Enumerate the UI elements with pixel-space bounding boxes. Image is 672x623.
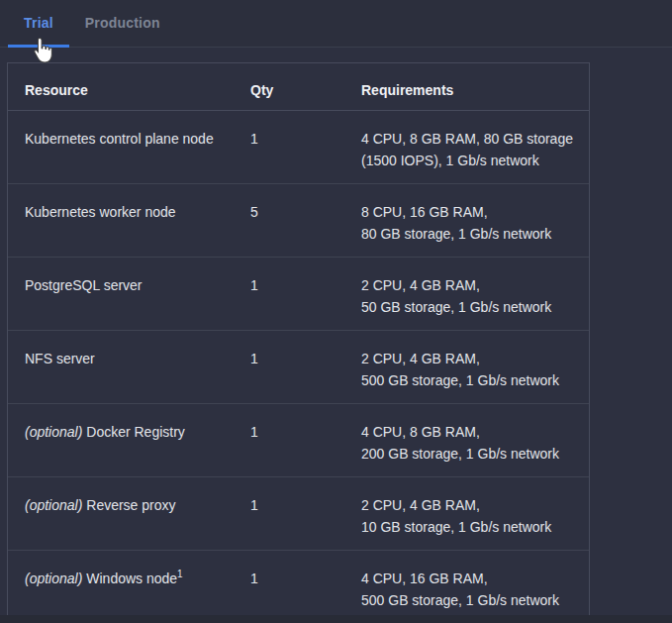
resource-name: Kubernetes control plane node	[25, 131, 214, 147]
page: Trial Production Resource Qty Requiremen…	[0, 0, 672, 623]
footnote-marker: 1	[177, 569, 183, 579]
optional-prefix: (optional)	[25, 497, 86, 513]
tab-trial-label: Trial	[24, 15, 53, 31]
resource-cell: Kubernetes worker node	[8, 184, 234, 258]
requirements-cell: 4 CPU, 16 GB RAM, 500 GB storage, 1 Gb/s…	[344, 551, 589, 623]
requirements-cell: 2 CPU, 4 GB RAM, 10 GB storage, 1 Gb/s n…	[344, 477, 589, 551]
qty-cell: 1	[234, 551, 344, 623]
column-header-resource: Resource	[8, 63, 234, 111]
resource-name: Docker Registry	[86, 424, 185, 440]
table-row-k8s-control-plane: Kubernetes control plane node 1 4 CPU, 8…	[8, 111, 589, 184]
requirements-cell: 8 CPU, 16 GB RAM, 80 GB storage, 1 Gb/s …	[344, 184, 589, 258]
resource-name: Kubernetes worker node	[25, 204, 176, 220]
column-header-requirements: Requirements	[344, 63, 589, 111]
optional-prefix: (optional)	[25, 571, 86, 586]
resource-name: Reverse proxy	[86, 497, 175, 513]
resource-cell: (optional) Reverse proxy	[8, 477, 234, 551]
tab-trial[interactable]: Trial	[8, 0, 69, 48]
resource-cell: (optional) Windows node1	[8, 551, 234, 623]
resource-name: Windows node	[86, 571, 177, 586]
resource-cell: Kubernetes control plane node	[8, 111, 234, 184]
tab-production[interactable]: Production	[69, 0, 176, 48]
table-header-row: Resource Qty Requirements	[8, 63, 589, 111]
resource-name: PostgreSQL server	[25, 277, 143, 293]
qty-cell: 1	[234, 477, 344, 551]
resource-cell: PostgreSQL server	[8, 258, 234, 331]
requirements-cell: 4 CPU, 8 GB RAM, 80 GB storage (1500 IOP…	[344, 111, 589, 184]
tab-production-label: Production	[85, 15, 160, 31]
table-row-windows-node: (optional) Windows node1 1 4 CPU, 16 GB …	[8, 551, 589, 623]
optional-prefix: (optional)	[25, 424, 86, 440]
requirements-table: Resource Qty Requirements Kubernetes con…	[8, 63, 589, 623]
table-row-reverse-proxy: (optional) Reverse proxy 1 2 CPU, 4 GB R…	[8, 477, 589, 551]
qty-cell: 5	[234, 184, 344, 258]
requirements-cell: 4 CPU, 8 GB RAM, 200 GB storage, 1 Gb/s …	[344, 404, 589, 477]
table-row-postgresql: PostgreSQL server 1 2 CPU, 4 GB RAM, 50 …	[8, 258, 589, 331]
requirements-cell: 2 CPU, 4 GB RAM, 50 GB storage, 1 Gb/s n…	[344, 258, 589, 331]
qty-cell: 1	[234, 404, 344, 477]
table-row-docker-registry: (optional) Docker Registry 1 4 CPU, 8 GB…	[8, 404, 589, 477]
table-row-nfs: NFS server 1 2 CPU, 4 GB RAM, 500 GB sto…	[8, 331, 589, 404]
qty-cell: 1	[234, 111, 344, 184]
tab-bar: Trial Production	[0, 0, 672, 48]
requirements-cell: 2 CPU, 4 GB RAM, 500 GB storage, 1 Gb/s …	[344, 331, 589, 404]
table-row-k8s-worker: Kubernetes worker node 5 8 CPU, 16 GB RA…	[8, 184, 589, 258]
qty-cell: 1	[234, 331, 344, 404]
requirements-table-container: Resource Qty Requirements Kubernetes con…	[7, 62, 590, 623]
resource-cell: NFS server	[8, 331, 234, 404]
qty-cell: 1	[234, 258, 344, 331]
resource-cell: (optional) Docker Registry	[8, 404, 234, 477]
bottom-strip	[0, 615, 672, 623]
column-header-qty: Qty	[234, 63, 344, 111]
resource-name: NFS server	[25, 351, 95, 366]
